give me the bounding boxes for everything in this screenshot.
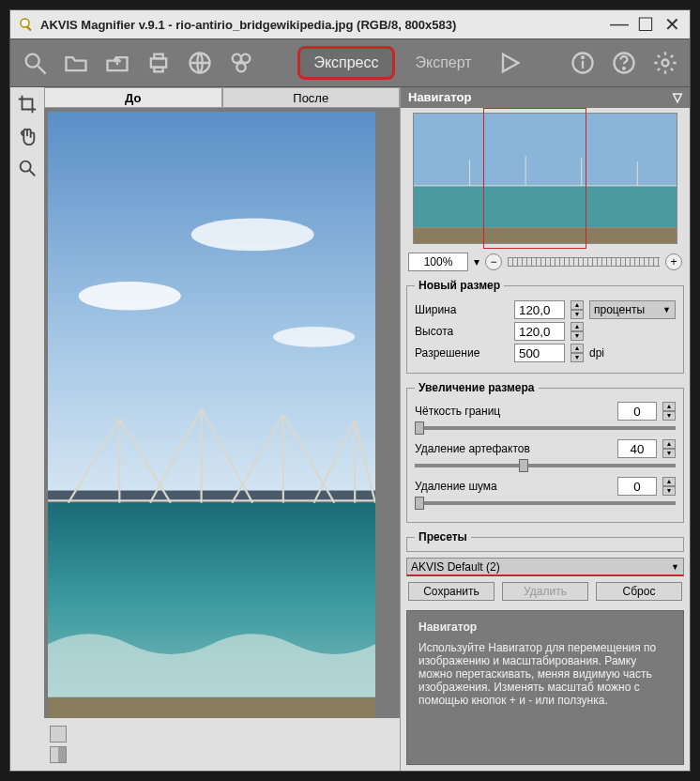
- view-tabs: До После: [44, 87, 400, 108]
- close-button[interactable]: ✕: [662, 13, 682, 36]
- svg-point-18: [21, 161, 31, 172]
- svg-point-0: [21, 19, 29, 27]
- prefs-icon[interactable]: [648, 46, 682, 80]
- crop-icon[interactable]: [16, 93, 38, 115]
- svg-rect-4: [151, 58, 166, 67]
- navigator-viewport-frame[interactable]: [483, 108, 586, 249]
- workspace: До После: [10, 87, 690, 771]
- sharpness-stepper[interactable]: ▲▼: [662, 402, 676, 421]
- magnifier-icon[interactable]: [18, 46, 52, 80]
- enlarge-legend: Увеличение размера: [415, 381, 539, 394]
- play-icon[interactable]: [493, 46, 526, 80]
- maximize-button[interactable]: ☐: [635, 13, 656, 36]
- preset-select-value: AKVIS Default (2): [411, 560, 500, 574]
- save-preset-button[interactable]: Сохранить: [408, 582, 495, 601]
- svg-marker-11: [503, 54, 518, 72]
- preview-image: [48, 112, 375, 718]
- resolution-input[interactable]: [514, 344, 565, 362]
- bottom-toolbar: [44, 718, 400, 771]
- noise-slider[interactable]: [415, 501, 676, 505]
- tab-after[interactable]: После: [222, 87, 401, 108]
- navigator-header: Навигатор ▽: [401, 87, 690, 108]
- unit-select[interactable]: проценты▼: [589, 300, 676, 319]
- zoom-slider[interactable]: [508, 254, 660, 269]
- svg-point-8: [233, 54, 241, 63]
- hints-panel: Навигатор Используйте Навигатор для пере…: [406, 610, 684, 765]
- view-mode-1-icon[interactable]: [50, 726, 67, 743]
- sharpness-slider[interactable]: [415, 426, 676, 430]
- hand-icon[interactable]: [16, 125, 38, 147]
- titlebar: AKVIS Magnifier v.9.1 - rio-antirio_brid…: [10, 10, 690, 38]
- noise-input[interactable]: [617, 477, 657, 496]
- svg-point-16: [623, 68, 625, 69]
- zoom-spinner-icon[interactable]: ▾: [474, 255, 479, 268]
- zoom-in-button[interactable]: +: [665, 253, 682, 270]
- noise-stepper[interactable]: ▲▼: [662, 477, 676, 496]
- left-toolbar: [10, 87, 44, 771]
- sharpness-input[interactable]: [617, 402, 657, 421]
- preset-buttons: Сохранить Удалить Сброс: [401, 578, 690, 605]
- svg-rect-26: [48, 697, 375, 718]
- canvas-area[interactable]: [44, 108, 400, 718]
- navigator-title: Навигатор: [408, 87, 471, 108]
- svg-point-21: [79, 282, 181, 311]
- enlarge-group: Увеличение размера Чёткость границ ▲▼ Уд…: [406, 381, 684, 523]
- svg-point-10: [236, 63, 245, 71]
- sharpness-label: Чёткость границ: [415, 405, 612, 418]
- print-icon[interactable]: [142, 46, 175, 80]
- height-input[interactable]: [514, 322, 565, 341]
- web-icon[interactable]: [183, 46, 217, 80]
- height-label: Высота: [415, 325, 509, 338]
- width-input[interactable]: [514, 300, 565, 319]
- artifacts-input[interactable]: [617, 439, 657, 458]
- resolution-unit: dpi: [589, 346, 604, 360]
- view-mode-2-icon[interactable]: [50, 746, 67, 763]
- zoom-icon[interactable]: [16, 157, 38, 179]
- svg-point-2: [26, 54, 39, 68]
- info-icon[interactable]: [566, 46, 600, 80]
- svg-rect-6: [154, 68, 162, 72]
- main-pane: До После: [44, 87, 401, 771]
- resolution-stepper[interactable]: ▲▼: [571, 344, 584, 362]
- resolution-label: Разрешение: [415, 346, 509, 360]
- minimize-button[interactable]: —: [609, 13, 630, 36]
- open-icon[interactable]: [59, 46, 93, 80]
- svg-rect-1: [26, 26, 32, 32]
- svg-line-3: [38, 67, 46, 74]
- app-icon: [18, 16, 35, 33]
- artifacts-slider[interactable]: [415, 464, 676, 467]
- help-icon[interactable]: [607, 46, 641, 80]
- collapse-icon[interactable]: ▽: [673, 87, 682, 108]
- svg-rect-5: [154, 54, 162, 59]
- reset-preset-button[interactable]: Сброс: [596, 582, 682, 601]
- svg-line-19: [30, 171, 36, 176]
- preset-select[interactable]: AKVIS Default (2)▼: [406, 558, 684, 576]
- navigator-preview[interactable]: [401, 108, 690, 249]
- noise-label: Удаление шума: [415, 480, 612, 493]
- app-window: AKVIS Magnifier v.9.1 - rio-antirio_brid…: [9, 9, 691, 772]
- svg-point-14: [582, 56, 584, 58]
- svg-point-9: [241, 54, 250, 63]
- unit-select-value: проценты: [594, 303, 645, 316]
- new-size-legend: Новый размер: [415, 279, 504, 292]
- presets-legend: Пресеты: [415, 530, 471, 544]
- zoom-value-input[interactable]: 100%: [408, 253, 468, 271]
- expert-mode-button[interactable]: Эксперт: [403, 49, 485, 77]
- artifacts-label: Удаление артефактов: [415, 442, 612, 455]
- express-mode-button[interactable]: Экспресс: [297, 46, 394, 80]
- hints-body: Используйте Навигатор для перемещения по…: [418, 641, 656, 707]
- batch-icon[interactable]: [224, 46, 258, 80]
- zoom-controls: 100% ▾ − +: [401, 249, 690, 275]
- right-panel: Навигатор ▽ 100% ▾ −: [401, 87, 690, 771]
- delete-preset-button[interactable]: Удалить: [502, 582, 588, 601]
- svg-point-22: [191, 218, 314, 251]
- zoom-out-button[interactable]: −: [485, 253, 502, 270]
- artifacts-stepper[interactable]: ▲▼: [662, 439, 676, 458]
- svg-point-23: [273, 327, 355, 347]
- width-stepper[interactable]: ▲▼: [571, 300, 584, 319]
- save-icon[interactable]: [100, 46, 134, 80]
- height-stepper[interactable]: ▲▼: [571, 322, 584, 341]
- tab-before[interactable]: До: [44, 87, 222, 108]
- window-title: AKVIS Magnifier v.9.1 - rio-antirio_brid…: [40, 18, 456, 32]
- new-size-group: Новый размер Ширина ▲▼ проценты▼ Высота …: [406, 279, 684, 374]
